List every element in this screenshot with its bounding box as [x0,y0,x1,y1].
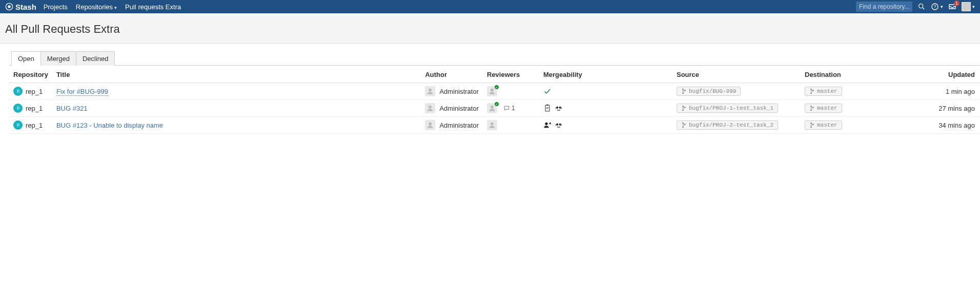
repo-name[interactable]: rep_1 [26,88,43,95]
content: Open Merged Declined Repository Title Au… [0,44,980,134]
needs-approval-icon [543,121,552,129]
stash-icon [5,3,13,11]
source-branch[interactable]: bugfix/PROJ-2-test_task_2 [677,120,778,130]
dest-branch[interactable]: master [805,104,842,113]
build-icon [555,104,563,112]
svg-line-3 [923,8,924,9]
page-header: All Pull Requests Extra [0,13,980,44]
dest-branch[interactable]: master [805,120,842,130]
source-branch[interactable]: bugfix/PROJ-1-test_task_1 [677,104,778,113]
reviewer-avatar[interactable] [487,103,497,113]
svg-point-15 [491,106,494,109]
tab-open[interactable]: Open [11,51,41,66]
approved-tick-icon [494,101,499,107]
author-avatar-icon [425,86,435,96]
reviewer-avatar[interactable] [487,120,497,130]
updated-time: 34 mins ago [929,117,980,134]
top-nav: Stash Projects Repositories Pull request… [0,0,980,13]
table-row: ⎘ rep_1 BUG #123 - Unable to display nam… [9,117,980,134]
pr-title-link[interactable]: BUG #321 [56,105,88,112]
col-author: Author [421,66,483,83]
svg-point-31 [556,124,558,126]
search-icon[interactable] [917,3,926,11]
repo-icon: ⎘ [13,104,23,113]
comment-icon [503,105,510,112]
svg-rect-17 [546,105,548,106]
svg-point-12 [810,92,812,94]
svg-point-14 [429,106,432,109]
repo-icon: ⎘ [13,87,23,96]
svg-point-37 [810,126,812,128]
col-title: Title [52,66,421,83]
tab-merged[interactable]: Merged [40,51,76,66]
table-row: ⎘ rep_1 BUG #321 Administrator [9,100,980,117]
nav-links: Projects Repositories Pull requests Extr… [44,3,181,11]
build-icon [555,121,563,129]
source-branch[interactable]: bugfix/BUG-999 [677,87,741,96]
author-name: Administrator [439,88,479,95]
approved-tick-icon [494,85,499,90]
svg-point-32 [559,124,561,126]
nav-repositories[interactable]: Repositories [76,3,117,11]
svg-point-19 [559,107,561,109]
nav-projects[interactable]: Projects [44,3,68,11]
nav-right: ? ▾ 1 ▾ [856,2,975,12]
brand-text: Stash [15,3,36,11]
brand-logo[interactable]: Stash [5,3,36,11]
col-repository: Repository [9,66,52,83]
col-reviewers: Reviewers [483,66,539,83]
col-source: Source [672,66,801,83]
svg-point-8 [682,89,684,90]
svg-point-18 [556,107,558,109]
search-input[interactable] [856,2,912,12]
col-mergeability: Mergeability [539,66,672,83]
svg-point-11 [810,89,812,90]
svg-point-24 [810,109,812,111]
pr-table: Repository Title Author Reviewers Mergea… [9,65,980,134]
dest-branch[interactable]: master [805,87,842,96]
svg-point-27 [491,123,494,126]
author-name: Administrator [439,121,479,129]
svg-point-1 [8,5,10,8]
repo-name[interactable]: rep_1 [26,105,43,112]
reviewer-avatar-icon [487,120,497,130]
svg-point-23 [810,106,812,107]
page-title: All Pull Requests Extra [5,23,975,36]
svg-point-6 [429,89,432,92]
user-menu[interactable]: ▾ [962,2,975,11]
svg-point-2 [919,4,923,8]
col-destination: Destination [801,66,929,83]
tasks-icon [543,104,552,112]
svg-point-33 [682,123,684,124]
col-updated: Updated [929,66,980,83]
inbox-badge: 1 [954,1,959,6]
reviewer-avatar[interactable] [487,86,497,96]
author-avatar-icon [425,103,435,113]
repo-name[interactable]: rep_1 [26,121,43,129]
svg-point-26 [429,123,432,126]
svg-point-28 [545,123,547,125]
svg-point-9 [682,92,684,94]
author-avatar-icon [425,120,435,130]
updated-time: 1 min ago [929,83,980,100]
svg-point-36 [810,123,812,124]
merge-ok-icon [543,87,552,95]
svg-point-21 [682,109,684,111]
svg-text:?: ? [934,4,936,9]
tab-declined[interactable]: Declined [76,51,115,66]
svg-point-7 [491,89,494,92]
svg-point-20 [682,106,684,107]
user-avatar-icon [962,2,971,11]
nav-pull-requests-extra[interactable]: Pull requests Extra [125,3,181,11]
pr-title-link[interactable]: Fix for #BUG-999 [56,88,108,96]
inbox-icon[interactable]: 1 [948,3,956,11]
table-row: ⎘ rep_1 Fix for #BUG-999 Administrator [9,83,980,100]
pr-title-link[interactable]: BUG #123 - Unable to display name [56,121,163,129]
author-name: Administrator [439,105,479,112]
comment-indicator[interactable]: 1 [503,105,515,112]
updated-time: 27 mins ago [929,100,980,117]
svg-point-34 [682,126,684,128]
repo-icon: ⎘ [13,120,23,130]
help-icon[interactable]: ? ▾ [931,3,943,11]
tabs: Open Merged Declined [11,51,980,65]
